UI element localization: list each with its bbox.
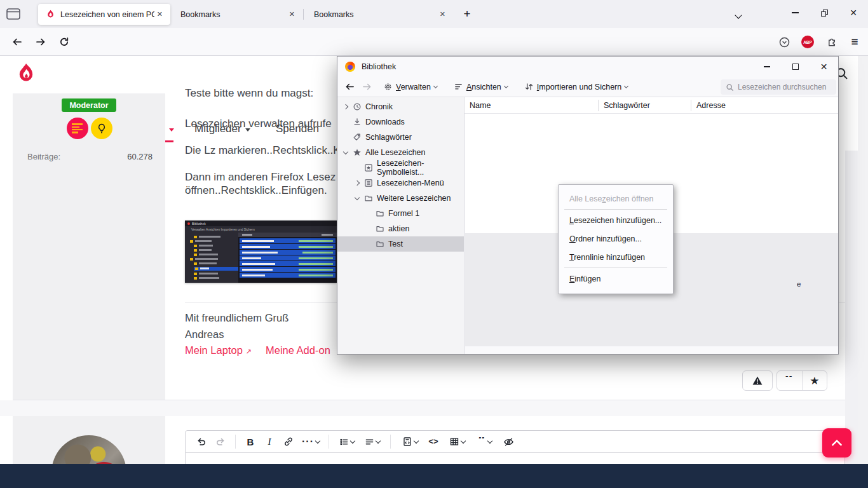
editor-text-area[interactable] bbox=[185, 453, 845, 464]
external-link-icon: ↗ bbox=[245, 348, 251, 355]
menu-item-add-bookmark[interactable]: Lesezeichen hinzufügen... bbox=[559, 211, 673, 229]
sidebar-item-schlagwoerter[interactable]: Schlagwörter bbox=[337, 130, 464, 145]
importieren-menu-button[interactable]: Importieren und Sichern bbox=[519, 79, 633, 95]
tab-lesezeichen[interactable]: Lesezeichen von einem PC auf ✕ bbox=[38, 4, 170, 25]
sidebar-item-symbolleiste[interactable]: Lesezeichen-Symbolleist... bbox=[337, 160, 464, 175]
code-button[interactable]: <> bbox=[424, 433, 443, 450]
folder-icon bbox=[376, 240, 384, 248]
bookmarks-menu-icon bbox=[364, 179, 373, 187]
more-formatting-button[interactable]: ··· bbox=[298, 433, 323, 450]
tab-bookmarks-2[interactable]: Bookmarks ✕ bbox=[304, 4, 453, 25]
sidebar-item-downloads[interactable]: Downloads bbox=[337, 114, 464, 130]
chevron-right-icon bbox=[355, 180, 360, 186]
back-icon[interactable] bbox=[8, 32, 27, 51]
sidebar-item-formel-1[interactable]: Formel 1 bbox=[337, 206, 464, 221]
quote-icon: “ bbox=[785, 376, 794, 385]
lightbulb-badge-icon bbox=[91, 118, 112, 139]
sidebar-item-alle-lesezeichen[interactable]: Alle Lesezeichen bbox=[337, 145, 464, 160]
context-menu: Alle Lesezeichen öffnen Lesezeichen hinz… bbox=[558, 184, 674, 294]
camp-firefox-favicon bbox=[46, 10, 55, 19]
pocket-icon[interactable] bbox=[775, 32, 794, 51]
star-icon bbox=[353, 148, 362, 157]
tab-bookmarks-1[interactable]: Bookmarks ✕ bbox=[170, 4, 302, 25]
align-button[interactable] bbox=[360, 433, 385, 450]
window-restore-button[interactable] bbox=[810, 0, 839, 25]
quote-button[interactable]: “ bbox=[777, 371, 803, 390]
page-scrollbar[interactable] bbox=[858, 56, 868, 464]
folder-icon bbox=[364, 194, 373, 203]
extensions-puzzle-icon[interactable] bbox=[822, 32, 841, 51]
menu-item-add-separator[interactable]: Trennlinie hinzufügen bbox=[559, 248, 673, 266]
library-search-input[interactable] bbox=[738, 83, 827, 92]
sidebar-item-test[interactable]: Test bbox=[337, 236, 464, 252]
blockquote-button[interactable]: “ bbox=[471, 433, 499, 450]
menu-item-add-folder[interactable]: Ordner hinzufügen... bbox=[559, 229, 673, 248]
window-minimize-button[interactable] bbox=[780, 0, 810, 25]
chevron-right-icon bbox=[343, 104, 348, 109]
library-maximize-button[interactable] bbox=[781, 57, 810, 77]
beitraege-label: Beiträge: bbox=[27, 152, 60, 161]
firefox-view-icon[interactable] bbox=[6, 8, 20, 20]
signature-link-laptop[interactable]: Mein Laptop ↗ bbox=[185, 344, 252, 356]
stray-text: e bbox=[797, 280, 801, 288]
undo-button[interactable] bbox=[192, 433, 211, 450]
forward-icon[interactable] bbox=[31, 32, 50, 51]
camp-firefox-logo[interactable] bbox=[15, 62, 37, 86]
table-button[interactable] bbox=[443, 433, 471, 450]
new-tab-button[interactable]: + bbox=[459, 6, 475, 22]
library-forward-icon[interactable] bbox=[360, 82, 378, 92]
verwalten-menu-button[interactable]: Verwalten bbox=[378, 79, 442, 95]
menu-hamburger-icon[interactable]: ≡ bbox=[845, 32, 864, 51]
sidebar-item-chronik[interactable]: Chronik bbox=[337, 99, 464, 114]
library-search-box[interactable] bbox=[721, 79, 836, 95]
star-button[interactable]: ★ bbox=[803, 371, 827, 390]
library-close-button[interactable]: ✕ bbox=[810, 57, 838, 77]
browser-navbar: https://www.camp-firefox.de/forum/thema/… bbox=[0, 28, 868, 56]
sidebar-item-lesezeichen-menue[interactable]: Lesezeichen-Menü bbox=[337, 175, 464, 191]
sidebar-item-aktien[interactable]: aktien bbox=[337, 221, 464, 236]
chevron-down-icon bbox=[343, 149, 348, 154]
abp-icon[interactable]: ABP bbox=[798, 32, 817, 51]
tab-close-icon[interactable]: ✕ bbox=[437, 10, 448, 18]
tab-close-icon[interactable]: ✕ bbox=[154, 10, 165, 18]
reload-icon[interactable] bbox=[55, 32, 74, 51]
report-button[interactable] bbox=[742, 370, 773, 391]
chevron-down-icon bbox=[433, 83, 438, 88]
library-back-icon[interactable] bbox=[337, 82, 360, 92]
library-title-bar[interactable]: Bibliothek ✕ bbox=[337, 57, 838, 77]
post-attachment-image[interactable]: Bibliothek Verwalten Ansichten Importier… bbox=[185, 220, 337, 283]
chevron-down-icon bbox=[504, 83, 508, 88]
post-author-panel: Moderator Beiträge: 60.278 bbox=[13, 93, 165, 400]
tab-close-icon[interactable]: ✕ bbox=[287, 10, 297, 18]
redo-button[interactable] bbox=[211, 433, 230, 450]
menu-separator bbox=[564, 268, 667, 268]
section-gap bbox=[0, 400, 858, 416]
chevron-down-icon bbox=[355, 194, 360, 200]
bold-button[interactable]: B bbox=[241, 433, 260, 450]
post-line-4: Dann im anderen Firefox Lesez bbox=[185, 171, 336, 184]
window-close-button[interactable]: ✕ bbox=[839, 0, 868, 25]
sidebar-item-weitere-lesezeichen[interactable]: Weitere Lesezeichen bbox=[337, 191, 464, 206]
library-minimize-button[interactable] bbox=[752, 57, 781, 77]
insert-template-button[interactable] bbox=[396, 433, 424, 450]
thumb-bookmark-list bbox=[238, 233, 337, 283]
taskbar: 19:00 17.02.2024 3 bbox=[0, 464, 868, 488]
ansichten-menu-button[interactable]: Ansichten bbox=[449, 79, 513, 95]
column-address[interactable]: Adresse bbox=[691, 101, 726, 110]
column-name[interactable]: Name bbox=[465, 101, 598, 110]
signature-link-addons[interactable]: Meine Add-on bbox=[266, 344, 330, 356]
folder-icon bbox=[376, 209, 384, 218]
scroll-to-top-button[interactable] bbox=[822, 428, 851, 458]
link-button[interactable] bbox=[279, 433, 298, 450]
italic-button[interactable]: I bbox=[260, 433, 279, 450]
hide-preview-button[interactable] bbox=[499, 433, 518, 450]
menu-item-open-all[interactable]: Alle Lesezeichen öffnen bbox=[559, 189, 673, 208]
list-all-tabs-icon[interactable] bbox=[736, 9, 741, 20]
chevron-up-icon bbox=[832, 440, 843, 451]
beitraege-value: 60.278 bbox=[102, 152, 153, 161]
menu-item-paste[interactable]: Einfügen bbox=[559, 269, 673, 288]
chevron-down-icon bbox=[624, 83, 628, 88]
reply-author-panel bbox=[13, 416, 165, 464]
column-tags[interactable]: Schlagwörter bbox=[599, 101, 691, 110]
list-button[interactable] bbox=[334, 433, 360, 450]
